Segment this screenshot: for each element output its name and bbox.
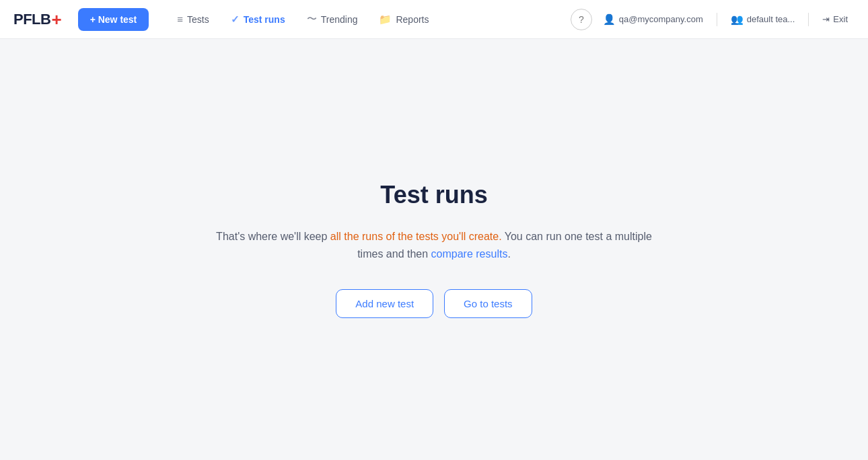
description-plain: That's where we'll keep [216,231,330,242]
nav-test-runs-label: Test runs [244,14,285,25]
user-icon: 👤 [603,13,616,26]
action-buttons: Add new test Go to tests [336,289,532,318]
user-email-label: qa@mycompany.com [619,14,703,24]
description-orange: all the runs of the tests you'll create. [330,231,502,242]
test-runs-icon: ✓ [231,13,240,26]
help-icon: ? [579,14,584,25]
logo[interactable]: PFLB + [13,11,62,28]
logo-plus: + [51,11,61,28]
go-to-tests-button[interactable]: Go to tests [444,289,532,318]
team-icon: 👥 [731,13,744,26]
help-button[interactable]: ? [571,9,592,30]
exit-button[interactable]: ⇥ Exit [816,11,855,28]
tests-icon: ≡ [177,13,183,25]
nav-test-runs[interactable]: ✓ Test runs [221,9,295,30]
nav-trending-label: Trending [321,14,358,25]
main-content: Test runs That's where we'll keep all th… [0,39,868,460]
nav-divider-2 [808,13,809,26]
logo-text: PFLB [13,11,50,28]
user-email-item[interactable]: 👤 qa@mycompany.com [596,10,710,29]
nav-links: ≡ Tests ✓ Test runs 〜 Trending 📁 Reports [168,8,565,30]
reports-icon: 📁 [379,13,392,26]
exit-icon: ⇥ [822,14,830,24]
nav-reports[interactable]: 📁 Reports [369,9,438,30]
nav-right: ? 👤 qa@mycompany.com 👥 default tea... ⇥ … [571,9,855,30]
page-description: That's where we'll keep all the runs of … [212,228,656,262]
nav-tests[interactable]: ≡ Tests [168,9,218,30]
description-blue: compare results [431,248,508,260]
description-end: . [507,248,510,260]
trending-icon: 〜 [307,13,317,26]
nav-divider [717,13,717,26]
nav-tests-label: Tests [187,14,209,25]
page-title: Test runs [380,181,487,209]
user-team-label: default tea... [747,14,795,24]
new-test-button[interactable]: + New test [78,8,149,31]
nav-reports-label: Reports [396,14,429,25]
navbar: PFLB + + New test ≡ Tests ✓ Test runs 〜 … [0,0,868,39]
nav-trending[interactable]: 〜 Trending [297,8,367,30]
user-team-item[interactable]: 👥 default tea... [724,10,802,29]
exit-label: Exit [833,14,848,24]
add-new-test-button[interactable]: Add new test [336,289,433,318]
